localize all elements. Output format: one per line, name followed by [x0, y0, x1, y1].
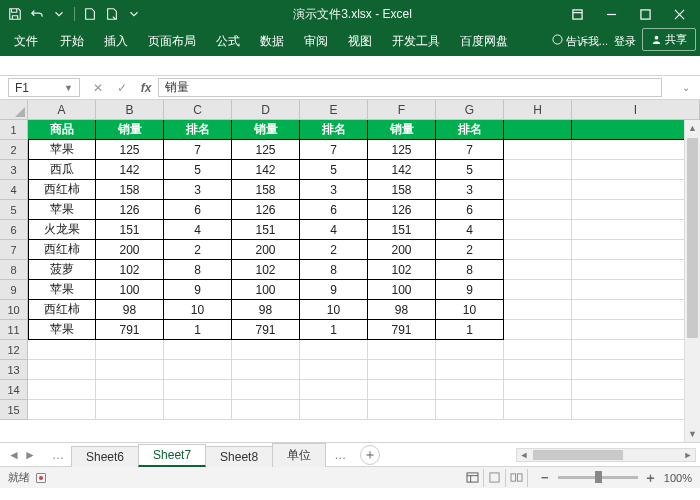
cell[interactable]: 1: [300, 320, 368, 340]
cell[interactable]: [28, 340, 96, 360]
cell[interactable]: 10: [164, 300, 232, 320]
cell[interactable]: 102: [368, 260, 436, 280]
cell[interactable]: [232, 340, 300, 360]
cell[interactable]: 西瓜: [28, 160, 96, 180]
cell[interactable]: 8: [164, 260, 232, 280]
row-header[interactable]: 12: [0, 340, 28, 360]
undo-button[interactable]: [26, 3, 48, 25]
col-header[interactable]: E: [300, 100, 368, 120]
cell[interactable]: 98: [96, 300, 164, 320]
cell[interactable]: 3: [300, 180, 368, 200]
cell[interactable]: [504, 320, 572, 340]
cell[interactable]: [504, 300, 572, 320]
cell[interactable]: [504, 180, 572, 200]
zoom-out-button[interactable]: −: [538, 471, 552, 485]
cell[interactable]: [504, 200, 572, 220]
cell[interactable]: [232, 360, 300, 380]
cell[interactable]: [572, 200, 700, 220]
cell[interactable]: [96, 400, 164, 420]
cell[interactable]: 98: [368, 300, 436, 320]
cell[interactable]: 销量: [96, 120, 164, 140]
tab-insert[interactable]: 插入: [94, 28, 138, 56]
col-header[interactable]: H: [504, 100, 572, 120]
row-header[interactable]: 8: [0, 260, 28, 280]
cell[interactable]: 4: [300, 220, 368, 240]
cell[interactable]: 102: [96, 260, 164, 280]
cell[interactable]: 5: [164, 160, 232, 180]
cell[interactable]: [572, 180, 700, 200]
cell[interactable]: 102: [232, 260, 300, 280]
macro-record-icon[interactable]: [36, 473, 46, 483]
tab-file[interactable]: 文件: [4, 28, 48, 56]
cell[interactable]: 销量: [368, 120, 436, 140]
cell[interactable]: 142: [368, 160, 436, 180]
row-header[interactable]: 15: [0, 400, 28, 420]
chevron-down-icon[interactable]: ▼: [64, 83, 73, 93]
cell[interactable]: 5: [436, 160, 504, 180]
cell[interactable]: 8: [436, 260, 504, 280]
cell[interactable]: 125: [232, 140, 300, 160]
row-header[interactable]: 10: [0, 300, 28, 320]
cell[interactable]: 4: [164, 220, 232, 240]
row-header[interactable]: 13: [0, 360, 28, 380]
cell[interactable]: 7: [436, 140, 504, 160]
cell[interactable]: [572, 140, 700, 160]
cell[interactable]: 苹果: [28, 140, 96, 160]
cell[interactable]: 2: [300, 240, 368, 260]
cell[interactable]: 1: [436, 320, 504, 340]
select-all-corner[interactable]: [0, 100, 28, 120]
sheet-tab-active[interactable]: Sheet7: [138, 444, 206, 467]
cell[interactable]: 排名: [436, 120, 504, 140]
cell[interactable]: 142: [232, 160, 300, 180]
share-button[interactable]: 共享: [642, 28, 696, 51]
cell[interactable]: 商品: [28, 120, 96, 140]
cell[interactable]: [300, 340, 368, 360]
cell[interactable]: 9: [164, 280, 232, 300]
cell[interactable]: [436, 360, 504, 380]
cell[interactable]: [572, 220, 700, 240]
vertical-scrollbar[interactable]: ▲ ▼: [684, 120, 700, 442]
cell[interactable]: 200: [96, 240, 164, 260]
cell[interactable]: 791: [232, 320, 300, 340]
scrollbar-thumb[interactable]: [687, 138, 698, 338]
save-button[interactable]: [4, 3, 26, 25]
cell[interactable]: [232, 400, 300, 420]
new-file-button[interactable]: [79, 3, 101, 25]
cell[interactable]: 6: [164, 200, 232, 220]
cell[interactable]: 151: [96, 220, 164, 240]
cell[interactable]: 排名: [164, 120, 232, 140]
cell[interactable]: 125: [368, 140, 436, 160]
cell[interactable]: 158: [232, 180, 300, 200]
cell[interactable]: 6: [300, 200, 368, 220]
row-header[interactable]: 9: [0, 280, 28, 300]
horizontal-scrollbar[interactable]: ◄ ►: [516, 448, 696, 462]
cell[interactable]: 100: [96, 280, 164, 300]
cell[interactable]: [572, 240, 700, 260]
cell[interactable]: [504, 220, 572, 240]
tab-data[interactable]: 数据: [250, 28, 294, 56]
cell[interactable]: 100: [368, 280, 436, 300]
cell[interactable]: 98: [232, 300, 300, 320]
cell[interactable]: 6: [436, 200, 504, 220]
cell[interactable]: 西红柿: [28, 240, 96, 260]
zoom-slider[interactable]: [558, 476, 638, 479]
cell[interactable]: 125: [96, 140, 164, 160]
cell[interactable]: [368, 340, 436, 360]
cell[interactable]: 126: [96, 200, 164, 220]
cell[interactable]: 158: [368, 180, 436, 200]
cell[interactable]: [504, 280, 572, 300]
tab-netdisk[interactable]: 百度网盘: [450, 28, 518, 56]
cell[interactable]: 9: [436, 280, 504, 300]
cell[interactable]: [436, 400, 504, 420]
cell[interactable]: [436, 340, 504, 360]
col-header[interactable]: G: [436, 100, 504, 120]
cell[interactable]: [28, 400, 96, 420]
cell[interactable]: 126: [232, 200, 300, 220]
view-pagebreak-button[interactable]: [506, 469, 528, 487]
cell[interactable]: [164, 360, 232, 380]
view-layout-button[interactable]: [484, 469, 506, 487]
cell[interactable]: [572, 280, 700, 300]
row-header[interactable]: 11: [0, 320, 28, 340]
cell[interactable]: [300, 380, 368, 400]
cell[interactable]: [572, 340, 700, 360]
